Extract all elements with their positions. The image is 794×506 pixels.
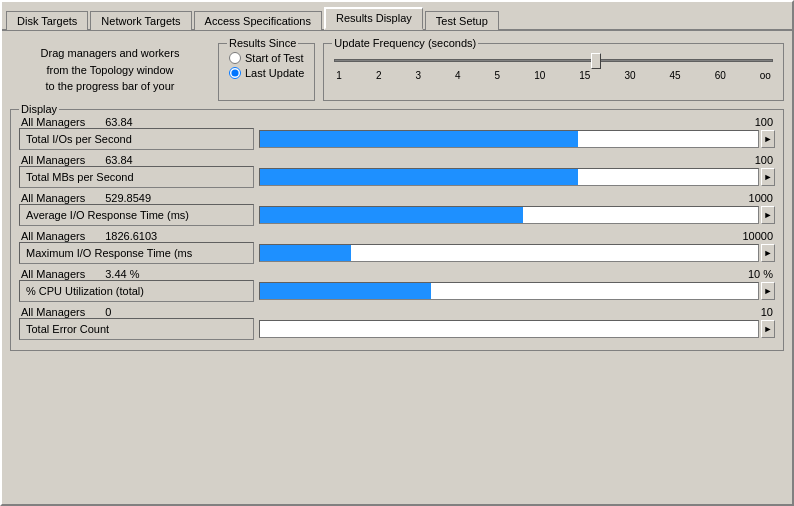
tab-content: Drag managers and workersfrom the Topolo… bbox=[2, 31, 792, 359]
metric-label-text-avg-io-response: Average I/O Response Time (ms) bbox=[26, 209, 189, 221]
metric-scope-total-mbs: All Managers bbox=[21, 154, 85, 166]
results-since-options: Start of Test Last Update bbox=[229, 52, 304, 79]
metric-max-total-ios: 100 bbox=[755, 116, 773, 128]
metric-label-box-error-count: Total Error Count bbox=[19, 318, 254, 340]
metric-info-avg-io-response: All Managers 529.8549 1000 bbox=[19, 192, 775, 204]
tab-test-setup[interactable]: Test Setup bbox=[425, 11, 499, 30]
metric-block-cpu-util: All Managers 3.44 % 10 % % CPU Utilizati… bbox=[19, 268, 775, 302]
bar-fill-total-ios bbox=[260, 131, 578, 147]
bar-container-total-mbs bbox=[259, 168, 759, 186]
bar-arrow-total-mbs[interactable]: ► bbox=[761, 168, 775, 186]
metric-label-text-total-mbs: Total MBs per Second bbox=[26, 171, 134, 183]
metric-label-box-avg-io-response: Average I/O Response Time (ms) bbox=[19, 204, 254, 226]
metric-max-total-mbs: 100 bbox=[755, 154, 773, 166]
metric-label-box-cpu-util: % CPU Utilization (total) bbox=[19, 280, 254, 302]
metric-scope-total-ios: All Managers bbox=[21, 116, 85, 128]
bar-arrow-cpu-util[interactable]: ► bbox=[761, 282, 775, 300]
metric-label-text-cpu-util: % CPU Utilization (total) bbox=[26, 285, 144, 297]
metric-label-box-total-ios: Total I/Os per Second bbox=[19, 128, 254, 150]
radio-start-of-test-input[interactable] bbox=[229, 52, 241, 64]
bar-arrow-max-io-response[interactable]: ► bbox=[761, 244, 775, 262]
results-since-legend: Results Since bbox=[227, 37, 298, 49]
metric-row-avg-io-response: Average I/O Response Time (ms) ► bbox=[19, 204, 775, 226]
metric-block-avg-io-response: All Managers 529.8549 1000 Average I/O R… bbox=[19, 192, 775, 226]
metric-block-total-ios: All Managers 63.84 100 Total I/Os per Se… bbox=[19, 116, 775, 150]
metric-info-cpu-util: All Managers 3.44 % 10 % bbox=[19, 268, 775, 280]
metric-info-total-mbs: All Managers 63.84 100 bbox=[19, 154, 775, 166]
main-window: Disk Targets Network Targets Access Spec… bbox=[0, 0, 794, 506]
bar-container-error-count bbox=[259, 320, 759, 338]
bar-arrow-total-ios[interactable]: ► bbox=[761, 130, 775, 148]
metric-label-box-max-io-response: Maximum I/O Response Time (ms bbox=[19, 242, 254, 264]
tab-bar: Disk Targets Network Targets Access Spec… bbox=[2, 2, 792, 31]
metric-label-area-max-io-response: Maximum I/O Response Time (ms bbox=[19, 242, 259, 264]
metric-label-area-total-ios: Total I/Os per Second bbox=[19, 128, 259, 150]
bar-row-total-mbs: ► bbox=[259, 168, 775, 186]
slider-labels: 1 2 3 4 5 10 15 30 45 60 oo bbox=[334, 70, 773, 81]
metric-scope-error-count: All Managers bbox=[21, 306, 85, 318]
bar-row-total-ios: ► bbox=[259, 130, 775, 148]
metric-value-error-count: 0 bbox=[105, 306, 111, 318]
metric-label-area-error-count: Total Error Count bbox=[19, 318, 259, 340]
drag-info-text: Drag managers and workersfrom the Topolo… bbox=[10, 39, 210, 101]
bar-arrow-error-count[interactable]: ► bbox=[761, 320, 775, 338]
metric-row-max-io-response: Maximum I/O Response Time (ms ► bbox=[19, 242, 775, 264]
metric-value-cpu-util: 3.44 % bbox=[105, 268, 139, 280]
update-freq-legend: Update Frequency (seconds) bbox=[332, 37, 478, 49]
metric-row-cpu-util: % CPU Utilization (total) ► bbox=[19, 280, 775, 302]
metric-info-max-io-response: All Managers 1826.6103 10000 bbox=[19, 230, 775, 242]
update-frequency-box: Update Frequency (seconds) 1 2 3 4 5 10 … bbox=[323, 43, 784, 101]
metrics-container: All Managers 63.84 100 Total I/Os per Se… bbox=[19, 116, 775, 340]
radio-last-update-input[interactable] bbox=[229, 67, 241, 79]
top-section: Drag managers and workersfrom the Topolo… bbox=[10, 39, 784, 101]
metric-label-box-total-mbs: Total MBs per Second bbox=[19, 166, 254, 188]
metric-label-area-total-mbs: Total MBs per Second bbox=[19, 166, 259, 188]
metric-block-total-mbs: All Managers 63.84 100 Total MBs per Sec… bbox=[19, 154, 775, 188]
metric-value-avg-io-response: 529.8549 bbox=[105, 192, 151, 204]
metric-row-total-mbs: Total MBs per Second ► bbox=[19, 166, 775, 188]
tab-network-targets[interactable]: Network Targets bbox=[90, 11, 191, 30]
metric-info-total-ios: All Managers 63.84 100 bbox=[19, 116, 775, 128]
metric-block-max-io-response: All Managers 1826.6103 10000 Maximum I/O… bbox=[19, 230, 775, 264]
metric-scope-max-io-response: All Managers bbox=[21, 230, 85, 242]
metric-value-total-mbs: 63.84 bbox=[105, 154, 133, 166]
tab-results-display[interactable]: Results Display bbox=[324, 7, 423, 30]
metric-label-text-total-ios: Total I/Os per Second bbox=[26, 133, 132, 145]
bar-row-avg-io-response: ► bbox=[259, 206, 775, 224]
metric-max-error-count: 10 bbox=[761, 306, 773, 318]
bar-arrow-avg-io-response[interactable]: ► bbox=[761, 206, 775, 224]
metric-max-cpu-util: 10 % bbox=[748, 268, 773, 280]
bar-fill-max-io-response bbox=[260, 245, 351, 261]
metric-row-error-count: Total Error Count ► bbox=[19, 318, 775, 340]
bar-row-cpu-util: ► bbox=[259, 282, 775, 300]
metric-label-area-cpu-util: % CPU Utilization (total) bbox=[19, 280, 259, 302]
bar-fill-avg-io-response bbox=[260, 207, 523, 223]
metric-info-error-count: All Managers 0 10 bbox=[19, 306, 775, 318]
metric-block-error-count: All Managers 0 10 Total Error Count ► bbox=[19, 306, 775, 340]
bar-row-max-io-response: ► bbox=[259, 244, 775, 262]
metric-label-text-error-count: Total Error Count bbox=[26, 323, 109, 335]
bar-fill-total-mbs bbox=[260, 169, 578, 185]
bar-row-error-count: ► bbox=[259, 320, 775, 338]
metric-value-max-io-response: 1826.6103 bbox=[105, 230, 157, 242]
display-section: Display All Managers 63.84 100 Total I/O… bbox=[10, 109, 784, 351]
radio-last-update[interactable]: Last Update bbox=[229, 67, 304, 79]
bar-fill-cpu-util bbox=[260, 283, 431, 299]
radio-start-of-test[interactable]: Start of Test bbox=[229, 52, 304, 64]
metric-label-text-max-io-response: Maximum I/O Response Time (ms bbox=[26, 247, 192, 259]
metric-max-max-io-response: 10000 bbox=[742, 230, 773, 242]
slider-container: 1 2 3 4 5 10 15 30 45 60 oo bbox=[334, 48, 773, 83]
tab-disk-targets[interactable]: Disk Targets bbox=[6, 11, 88, 30]
metric-row-total-ios: Total I/Os per Second ► bbox=[19, 128, 775, 150]
results-since-box: Results Since Start of Test Last Update bbox=[218, 43, 315, 101]
metric-label-area-avg-io-response: Average I/O Response Time (ms) bbox=[19, 204, 259, 226]
metric-scope-avg-io-response: All Managers bbox=[21, 192, 85, 204]
update-frequency-slider[interactable] bbox=[334, 52, 773, 68]
bar-container-max-io-response bbox=[259, 244, 759, 262]
metric-scope-cpu-util: All Managers bbox=[21, 268, 85, 280]
display-legend: Display bbox=[19, 103, 59, 115]
bar-container-cpu-util bbox=[259, 282, 759, 300]
metric-max-avg-io-response: 1000 bbox=[749, 192, 773, 204]
tab-access-specs[interactable]: Access Specifications bbox=[194, 11, 322, 30]
metric-value-total-ios: 63.84 bbox=[105, 116, 133, 128]
